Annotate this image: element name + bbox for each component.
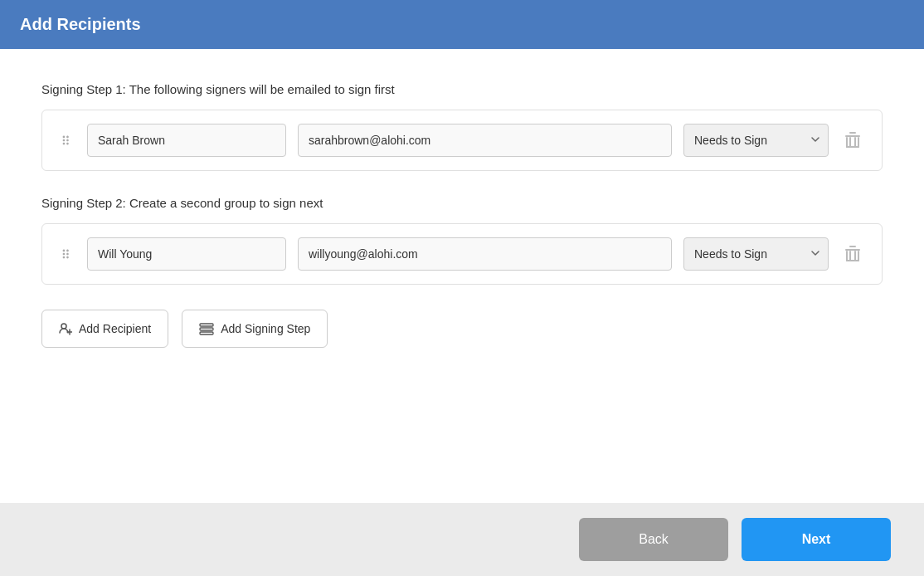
svg-rect-1: [849, 132, 856, 134]
recipient-row-container-2: Needs to Sign In Person Signer Receives …: [41, 223, 883, 285]
drag-handle-1[interactable]: [59, 133, 75, 148]
drag-handle-2[interactable]: [59, 247, 75, 261]
svg-rect-19: [200, 332, 213, 334]
svg-rect-18: [200, 328, 213, 330]
recipient-1-role-wrapper: Needs to Sign In Person Signer Receives …: [683, 124, 829, 157]
add-recipient-label: Add Recipient: [79, 322, 151, 335]
signing-step-1-label: Signing Step 1: The following signers wi…: [41, 82, 883, 96]
signing-step-2: Signing Step 2: Create a second group to…: [41, 196, 883, 285]
recipient-1-role-select[interactable]: Needs to Sign In Person Signer Receives …: [683, 124, 829, 157]
recipient-row-container-1: Needs to Sign In Person Signer Receives …: [41, 110, 883, 171]
add-signing-step-button[interactable]: Add Signing Step: [182, 310, 328, 348]
page-header: Add Recipients: [0, 0, 924, 49]
svg-rect-0: [845, 135, 860, 137]
recipient-1-name-input[interactable]: [87, 124, 286, 157]
signing-step-1: Signing Step 1: The following signers wi…: [41, 82, 883, 171]
add-person-icon: [59, 322, 72, 335]
add-recipient-button[interactable]: Add Recipient: [41, 310, 168, 348]
svg-rect-5: [849, 137, 851, 148]
svg-rect-13: [854, 251, 856, 261]
delete-recipient-2-button[interactable]: [840, 241, 865, 267]
recipient-2-role-wrapper: Needs to Sign In Person Signer Receives …: [683, 237, 829, 271]
add-signing-step-icon: [199, 322, 214, 335]
recipient-2-role-select[interactable]: Needs to Sign In Person Signer Receives …: [683, 237, 829, 271]
svg-rect-6: [854, 137, 856, 148]
back-button[interactable]: Back: [579, 518, 728, 561]
footer: Back Next: [0, 503, 924, 576]
delete-recipient-1-button[interactable]: [840, 127, 865, 154]
svg-rect-8: [849, 246, 856, 247]
recipient-2-email-input[interactable]: [298, 237, 672, 271]
svg-point-14: [61, 324, 66, 329]
recipient-row-2: Needs to Sign In Person Signer Receives …: [59, 237, 865, 271]
svg-rect-17: [200, 324, 213, 326]
add-signing-step-label: Add Signing Step: [221, 322, 310, 335]
svg-rect-11: [846, 260, 859, 261]
recipient-1-email-input[interactable]: [298, 124, 672, 157]
svg-rect-4: [846, 146, 859, 148]
main-content: Signing Step 1: The following signers wi…: [0, 49, 924, 503]
recipient-2-name-input[interactable]: [87, 237, 286, 271]
svg-rect-12: [849, 251, 851, 261]
recipient-row-1: Needs to Sign In Person Signer Receives …: [59, 124, 865, 157]
actions-row: Add Recipient Add Signing Step: [41, 310, 883, 348]
svg-rect-7: [845, 249, 860, 251]
page-title: Add Recipients: [20, 15, 141, 33]
signing-step-2-label: Signing Step 2: Create a second group to…: [41, 196, 883, 210]
next-button[interactable]: Next: [742, 518, 891, 561]
